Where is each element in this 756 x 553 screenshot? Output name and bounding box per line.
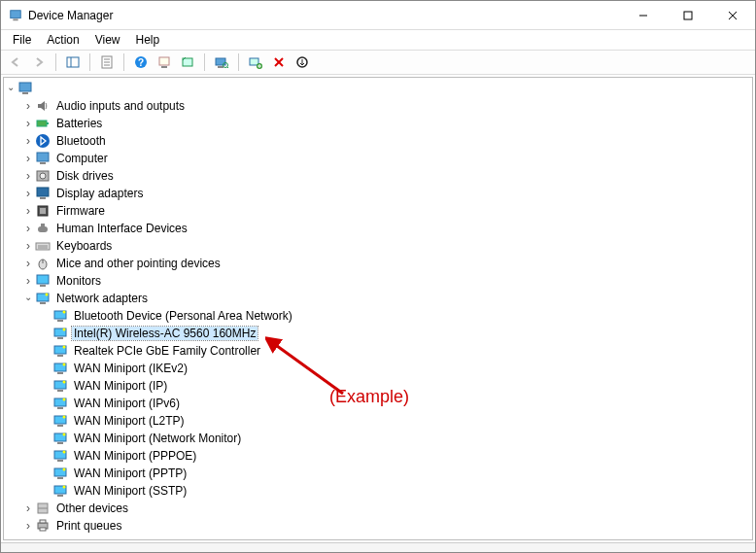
expand-arrow-icon[interactable]: [21, 501, 35, 515]
tree-device[interactable]: WAN Miniport (Network Monitor): [4, 430, 752, 447]
expand-arrow-icon[interactable]: [21, 134, 35, 148]
network-icon: [52, 466, 68, 481]
window-controls: [621, 1, 755, 30]
expand-arrow-icon[interactable]: [21, 204, 35, 218]
svg-rect-1: [13, 18, 17, 20]
svg-rect-48: [37, 275, 49, 284]
maximize-button[interactable]: [666, 1, 710, 30]
tree-item-label: Network adapters: [54, 292, 150, 305]
disk-icon: [35, 168, 51, 184]
expand-arrow-icon[interactable]: [21, 239, 35, 253]
network-icon: [52, 396, 68, 411]
tree-category[interactable]: Bluetooth: [4, 132, 752, 150]
svg-rect-78: [57, 460, 63, 462]
svg-rect-3: [684, 12, 692, 19]
tree-item-label: Bluetooth: [54, 134, 108, 148]
tree-item-label: Realtek PCIe GbE Family Controller: [72, 344, 262, 358]
uninstall-button[interactable]: [177, 52, 198, 73]
svg-rect-30: [37, 121, 47, 126]
tree-item-label: WAN Miniport (IKEv2): [72, 362, 189, 375]
tree-category[interactable]: Keyboards: [4, 237, 752, 255]
nav-back-button[interactable]: [5, 52, 26, 73]
svg-rect-28: [19, 83, 31, 91]
tree-category[interactable]: Network adapters: [4, 290, 752, 307]
tree-device[interactable]: WAN Miniport (PPTP): [4, 465, 752, 482]
tree-device[interactable]: WAN Miniport (IKEv2): [4, 360, 752, 377]
expand-arrow-icon[interactable]: [21, 257, 35, 270]
properties-button[interactable]: [96, 52, 118, 73]
show-hide-tree-button[interactable]: [62, 52, 84, 73]
tree-item-label: WAN Miniport (SSTP): [72, 484, 189, 498]
menu-action[interactable]: Action: [39, 31, 86, 49]
minimize-button[interactable]: [621, 1, 666, 30]
svg-point-55: [63, 311, 66, 314]
svg-rect-37: [37, 188, 49, 196]
svg-rect-84: [57, 495, 63, 497]
expand-arrow-icon[interactable]: [4, 84, 17, 94]
svg-point-70: [63, 398, 66, 401]
expand-arrow-icon[interactable]: [21, 294, 35, 304]
svg-point-58: [63, 328, 66, 331]
device-tree[interactable]: Audio inputs and outputsBatteriesBluetoo…: [3, 77, 753, 540]
toolbar-separator: [55, 53, 56, 71]
other-icon: [35, 501, 51, 516]
svg-rect-29: [22, 92, 28, 94]
svg-point-73: [63, 416, 66, 419]
expand-arrow-icon[interactable]: [21, 274, 35, 288]
tree-category[interactable]: Monitors: [4, 272, 752, 290]
tree-category[interactable]: Firmware: [4, 202, 752, 220]
tree-device[interactable]: WAN Miniport (SSTP): [4, 482, 752, 500]
expand-arrow-icon[interactable]: [21, 222, 35, 235]
tree-category[interactable]: Batteries: [4, 115, 752, 132]
printer-icon: [35, 518, 51, 534]
svg-point-82: [63, 468, 66, 471]
expand-arrow-icon[interactable]: [21, 169, 35, 183]
toolbar-separator: [123, 53, 124, 71]
tree-category[interactable]: Audio inputs and outputs: [4, 97, 752, 115]
tree-item-label: Human Interface Devices: [54, 222, 189, 235]
close-button[interactable]: [710, 1, 755, 30]
bluetooth-icon: [35, 133, 51, 149]
expand-arrow-icon[interactable]: [21, 117, 35, 130]
scan-hardware-button[interactable]: [211, 52, 232, 73]
nav-forward-button[interactable]: [28, 52, 50, 73]
tree-device[interactable]: WAN Miniport (L2TP): [4, 412, 752, 430]
tree-category[interactable]: Human Interface Devices: [4, 220, 752, 237]
svg-point-76: [63, 433, 66, 436]
expand-arrow-icon[interactable]: [21, 519, 35, 533]
tree-category[interactable]: Disk drives: [4, 167, 752, 185]
tree-device[interactable]: Intel(R) Wireless-AC 9560 160MHz: [4, 325, 752, 342]
expand-arrow-icon[interactable]: [21, 99, 35, 113]
expand-arrow-icon[interactable]: [21, 152, 35, 165]
tree-category[interactable]: Print queues: [4, 517, 752, 535]
tree-item-label: WAN Miniport (PPTP): [72, 467, 189, 480]
svg-point-64: [63, 363, 66, 366]
toolbar-separator: [204, 53, 205, 71]
network-icon: [52, 483, 68, 499]
tree-root[interactable]: [4, 80, 752, 97]
tree-device[interactable]: WAN Miniport (PPPOE): [4, 447, 752, 465]
menu-file[interactable]: File: [5, 31, 39, 49]
tree-category[interactable]: Other devices: [4, 500, 752, 517]
tree-device[interactable]: Bluetooth Device (Personal Area Network): [4, 307, 752, 325]
tree-category[interactable]: Display adapters: [4, 185, 752, 202]
add-hardware-button[interactable]: [245, 52, 266, 73]
help-button[interactable]: ?: [130, 52, 152, 73]
tree-category[interactable]: Mice and other pointing devices: [4, 255, 752, 272]
tree-device[interactable]: Realtek PCIe GbE Family Controller: [4, 342, 752, 360]
tree-category[interactable]: Computer: [4, 150, 752, 167]
svg-rect-75: [57, 442, 63, 444]
svg-rect-60: [57, 355, 63, 357]
computer-icon: [17, 81, 33, 96]
network-icon: [52, 378, 68, 394]
tree-device[interactable]: WAN Miniport (IP): [4, 377, 752, 395]
menu-view[interactable]: View: [87, 31, 128, 49]
enable-disable-button[interactable]: [292, 52, 313, 73]
update-driver-button[interactable]: [154, 52, 175, 73]
tree-device[interactable]: WAN Miniport (IPv6): [4, 395, 752, 412]
menu-help[interactable]: Help: [128, 31, 168, 49]
svg-point-52: [46, 294, 49, 296]
remove-button[interactable]: [268, 52, 290, 73]
svg-rect-15: [161, 66, 167, 68]
expand-arrow-icon[interactable]: [21, 187, 35, 200]
